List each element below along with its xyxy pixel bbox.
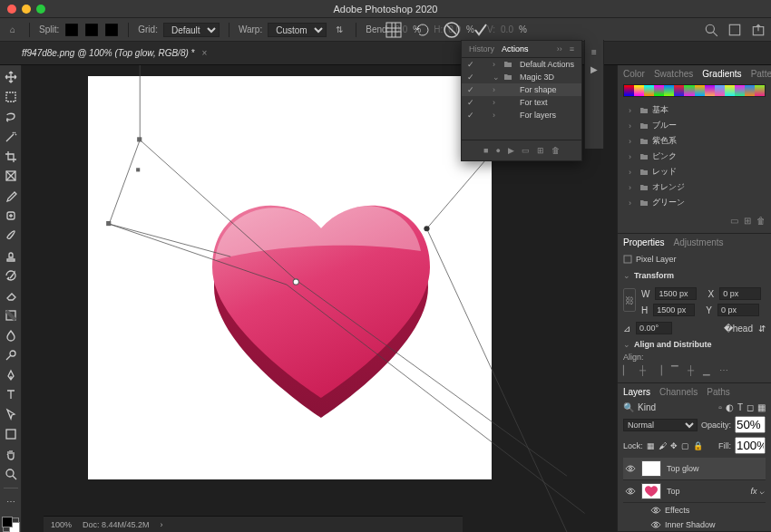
- align-left-icon[interactable]: ▏: [623, 365, 630, 375]
- effects-label[interactable]: Effects: [665, 506, 689, 515]
- tab-adjustments[interactable]: Adjustments: [674, 237, 724, 247]
- frame-tool[interactable]: [2, 169, 20, 185]
- dodge-tool[interactable]: [2, 347, 20, 363]
- action-row[interactable]: ⌄Magic 3D: [462, 71, 581, 83]
- gradient-folder[interactable]: ›レッド: [623, 164, 766, 179]
- edit-toolbar-icon[interactable]: ⋯: [2, 494, 20, 510]
- align-right-icon[interactable]: ▕: [655, 365, 662, 375]
- align-heading[interactable]: Align and Distribute: [634, 340, 712, 349]
- visibility-icon[interactable]: [625, 486, 636, 497]
- crop-tool[interactable]: [2, 149, 20, 165]
- wand-tool[interactable]: [2, 129, 20, 145]
- lock-artboard-icon[interactable]: ▢: [681, 441, 689, 450]
- opacity-input[interactable]: [735, 416, 766, 433]
- lasso-tool[interactable]: [2, 109, 20, 125]
- play-icon[interactable]: ▶: [590, 64, 598, 74]
- tab-channels[interactable]: Channels: [659, 387, 698, 397]
- tab-swatches[interactable]: Swatches: [654, 69, 693, 79]
- gradient-folder[interactable]: ›基本: [623, 102, 766, 118]
- effect-item[interactable]: Inner Shadow: [665, 520, 716, 529]
- filter-smart-icon[interactable]: ▦: [757, 402, 766, 412]
- fx-badge[interactable]: fx ⌵: [750, 487, 764, 496]
- shape-tool[interactable]: [2, 426, 20, 442]
- lock-paint-icon[interactable]: 🖌: [659, 441, 667, 450]
- share-icon[interactable]: [751, 23, 766, 37]
- fill-input[interactable]: [735, 437, 766, 454]
- gradient-folder[interactable]: ›ピンク: [623, 149, 766, 164]
- panel-menu-icon[interactable]: ≡: [591, 47, 597, 57]
- document-tab[interactable]: ff947d8e.png @ 100% (Top glow, RGB/8) *: [22, 48, 194, 58]
- tab-gradients[interactable]: Gradients: [702, 69, 741, 79]
- home-icon[interactable]: ⌂: [5, 23, 20, 37]
- search-icon[interactable]: [704, 23, 718, 37]
- align-top-icon[interactable]: ▔: [671, 365, 678, 375]
- gradient-tool[interactable]: [2, 307, 20, 324]
- warp-select[interactable]: Custom: [268, 23, 327, 37]
- gradient-folder[interactable]: ›紫色系: [623, 133, 766, 149]
- screen-mode-icon[interactable]: [727, 23, 742, 37]
- tab-paths[interactable]: Paths: [707, 387, 730, 397]
- zoom-level[interactable]: 100%: [51, 520, 72, 529]
- filter-pixel-icon[interactable]: ▫: [718, 402, 722, 412]
- stop-icon[interactable]: ■: [483, 146, 488, 155]
- new-action-icon[interactable]: ⊞: [537, 146, 544, 155]
- play-icon[interactable]: ▶: [508, 146, 514, 155]
- height-input[interactable]: [653, 304, 695, 316]
- trash-icon[interactable]: 🗑: [756, 216, 766, 226]
- record-icon[interactable]: ●: [496, 146, 501, 155]
- eyedropper-tool[interactable]: [2, 188, 20, 204]
- tab-color[interactable]: Color: [623, 69, 645, 79]
- align-bottom-icon[interactable]: ▁: [703, 365, 710, 375]
- y-input[interactable]: [717, 304, 759, 316]
- gradient-folder[interactable]: ›ブルー: [623, 118, 766, 133]
- angle-input[interactable]: [636, 322, 672, 334]
- layer-row[interactable]: Top glow: [623, 458, 766, 480]
- action-row[interactable]: ›For layers: [462, 109, 581, 121]
- stamp-tool[interactable]: [2, 247, 20, 264]
- healing-tool[interactable]: [2, 208, 20, 224]
- visibility-icon[interactable]: [650, 505, 661, 516]
- pen-tool[interactable]: [2, 367, 20, 383]
- type-tool[interactable]: [2, 387, 20, 403]
- reset-icon[interactable]: [414, 21, 432, 39]
- filter-type-icon[interactable]: T: [737, 402, 743, 412]
- split-rows-icon[interactable]: [84, 23, 99, 37]
- lock-trans-icon[interactable]: ▦: [647, 441, 655, 450]
- align-hcenter-icon[interactable]: ┼: [639, 365, 646, 375]
- new-preset-icon[interactable]: ⊞: [744, 216, 751, 226]
- gradient-presets[interactable]: [623, 84, 766, 97]
- trash-icon[interactable]: 🗑: [551, 146, 560, 155]
- blur-tool[interactable]: [2, 327, 20, 343]
- move-tool[interactable]: [2, 69, 20, 85]
- x-input[interactable]: [719, 287, 761, 300]
- chevron-right-icon[interactable]: ›: [161, 520, 163, 529]
- zoom-tool[interactable]: [2, 466, 20, 482]
- commit-icon[interactable]: [472, 21, 490, 39]
- link-wh-icon[interactable]: ⛓: [623, 288, 636, 312]
- align-vcenter-icon[interactable]: ┼: [688, 365, 694, 375]
- close-tab-icon[interactable]: ×: [201, 48, 207, 58]
- visibility-icon[interactable]: [650, 519, 661, 530]
- action-row[interactable]: ›Default Actions: [462, 58, 581, 71]
- filter-adjust-icon[interactable]: ◐: [726, 402, 734, 412]
- layer-name[interactable]: Top: [667, 487, 680, 496]
- tab-history[interactable]: History: [469, 44, 494, 53]
- collapse-icon[interactable]: ››: [557, 44, 562, 53]
- tab-layers[interactable]: Layers: [623, 387, 650, 397]
- filter-shape-icon[interactable]: ◻: [747, 402, 754, 412]
- action-row[interactable]: ›For shape: [462, 83, 581, 96]
- cancel-icon[interactable]: [443, 21, 461, 39]
- path-select-tool[interactable]: [2, 406, 20, 422]
- grid-select[interactable]: Default: [163, 23, 220, 37]
- tab-properties[interactable]: Properties: [623, 237, 665, 247]
- color-swatch[interactable]: [3, 517, 19, 532]
- brush-tool[interactable]: [2, 227, 20, 244]
- tab-actions[interactable]: Actions: [502, 44, 529, 53]
- hand-tool[interactable]: [2, 446, 20, 462]
- blend-mode-select[interactable]: Normal: [623, 419, 698, 431]
- marquee-tool[interactable]: [2, 89, 20, 105]
- gradient-folder[interactable]: ›オレンジ: [623, 179, 766, 195]
- split-cols-icon[interactable]: [104, 23, 119, 37]
- layer-row[interactable]: Top fx ⌵: [623, 480, 766, 503]
- more-icon[interactable]: ⋯: [719, 365, 728, 375]
